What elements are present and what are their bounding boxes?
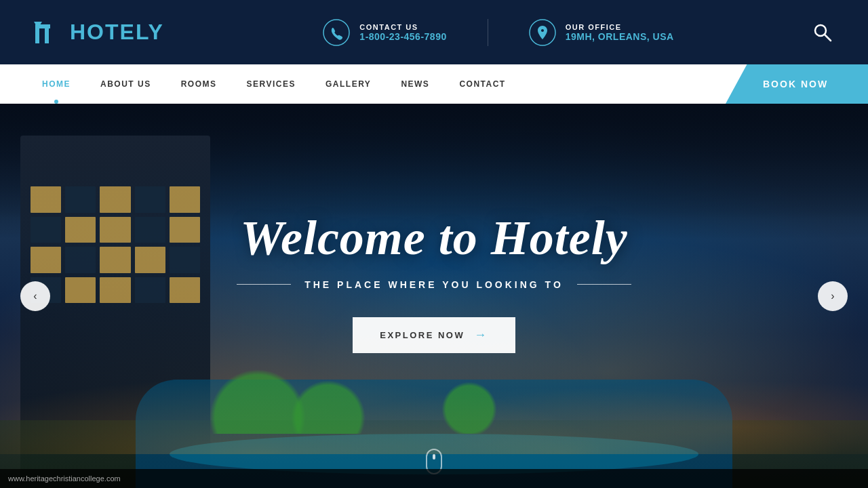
hero-section: ‹ › Welcome to Hotely THE PLACE WHERE YO… [0, 104, 868, 488]
hero-subtitle: THE PLACE WHERE YOU LOOKING TO [304, 279, 564, 290]
svg-rect-2 [45, 24, 49, 43]
nav-item-gallery[interactable]: GALLERY [311, 64, 386, 104]
logo-icon [34, 19, 64, 46]
nav-items: HOME ABOUT US ROOMS SERVICES GALLERY NEW… [0, 64, 726, 104]
nav-item-contact[interactable]: CONTACT [444, 64, 520, 104]
book-now-button[interactable]: BOOK NOW [726, 64, 868, 104]
explore-now-button[interactable]: EXPLORE NOW → [353, 317, 515, 353]
location-icon [529, 19, 556, 46]
contact-us-block: CONTACT US 1-800-23-456-7890 [323, 19, 446, 46]
hero-subtitle-line: THE PLACE WHERE YOU LOOKING TO [237, 279, 631, 290]
nav-item-rooms[interactable]: ROOMS [166, 64, 232, 104]
header-right [793, 20, 834, 44]
header-divider [488, 19, 488, 46]
navbar: HOME ABOUT US ROOMS SERVICES GALLERY NEW… [0, 64, 868, 104]
status-url: www.heritagechristiancollege.com [8, 474, 121, 483]
subtitle-dash-right [577, 284, 631, 285]
arrow-right-icon: → [474, 328, 488, 342]
hero-content: Welcome to Hotely THE PLACE WHERE YOU LO… [0, 104, 868, 488]
top-header: HOTELY CONTACT US 1-800-23-456-7890 OUR … [0, 0, 868, 64]
slider-prev-button[interactable]: ‹ [20, 281, 50, 311]
scroll-dot [433, 454, 435, 460]
nav-item-about[interactable]: ABOUT US [85, 64, 166, 104]
nav-item-services[interactable]: SERVICES [232, 64, 311, 104]
svg-point-4 [323, 20, 349, 45]
office-block: OUR OFFICE 19MH, ORLEANS, USA [529, 19, 674, 46]
header-center: CONTACT US 1-800-23-456-7890 OUR OFFICE … [203, 19, 793, 46]
svg-line-7 [825, 35, 831, 41]
contact-info: CONTACT US 1-800-23-456-7890 [359, 23, 446, 42]
status-bar: www.heritagechristiancollege.com [0, 469, 868, 488]
subtitle-dash-left [237, 284, 291, 285]
nav-item-home[interactable]: HOME [27, 64, 85, 104]
office-info: OUR OFFICE 19MH, ORLEANS, USA [566, 23, 674, 42]
phone-icon [323, 19, 350, 46]
hero-title: Welcome to Hotely [240, 211, 627, 265]
slider-next-button[interactable]: › [818, 281, 848, 311]
logo-area: HOTELY [34, 19, 203, 46]
search-icon[interactable] [810, 20, 834, 44]
nav-item-news[interactable]: NEWS [386, 64, 444, 104]
logo-text: HOTELY [70, 20, 164, 45]
